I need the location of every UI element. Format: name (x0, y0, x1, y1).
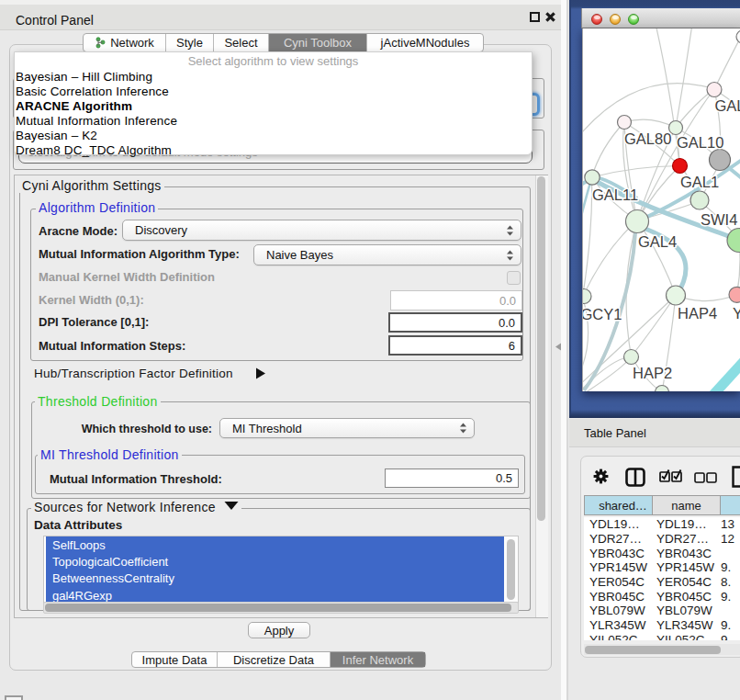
svg-text:GAL7: GAL7 (715, 97, 740, 114)
svg-text:Y: Y (733, 305, 740, 322)
svg-text:HAP4: HAP4 (678, 305, 717, 322)
svg-text:GAL4: GAL4 (638, 233, 677, 250)
svg-text:GAL10: GAL10 (677, 134, 723, 151)
svg-text:GAL11: GAL11 (592, 186, 638, 203)
svg-text:HAP2: HAP2 (633, 365, 672, 381)
svg-text:SWI4: SWI4 (701, 211, 737, 228)
svg-text:GAL1: GAL1 (680, 174, 719, 190)
svg-text:GCY1: GCY1 (583, 306, 622, 322)
svg-text:GAL80: GAL80 (624, 130, 671, 147)
